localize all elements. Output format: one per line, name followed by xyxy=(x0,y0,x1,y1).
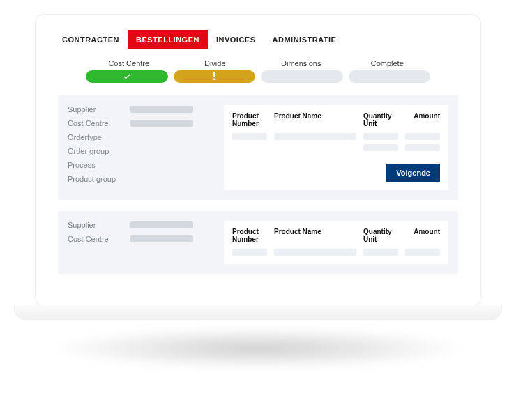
col-quantity-unit: Quantity Unit xyxy=(363,112,398,127)
order-lines-table: Product Number Product Name Quantity Uni… xyxy=(224,105,448,190)
col-product-name: Product Name xyxy=(274,112,356,127)
step-label-cost-centre: Cost Centre xyxy=(86,59,172,70)
order-card-fields: Supplier Cost Centre xyxy=(68,221,207,264)
order-card-fields: Supplier Cost Centre Ordertype Order gro… xyxy=(68,105,207,190)
col-product-number: Product Number xyxy=(232,228,267,243)
field-label: Cost Centre xyxy=(68,235,123,243)
tab-contracten[interactable]: CONTRACTEN xyxy=(54,30,128,49)
tab-invoices[interactable]: INVOICES xyxy=(208,30,264,49)
laptop-base xyxy=(14,305,502,320)
col-amount: Amount xyxy=(405,112,440,127)
field-label: Process xyxy=(68,161,123,169)
warning-icon: ! xyxy=(213,70,216,83)
tab-bestellingen[interactable]: BESTELLINGEN xyxy=(128,30,208,49)
field-label: Supplier xyxy=(68,221,123,229)
col-product-number: Product Number xyxy=(232,112,267,127)
col-product-name: Product Name xyxy=(274,228,356,243)
step-bar-current[interactable]: ! xyxy=(174,70,256,83)
field-label: Ordertype xyxy=(68,133,123,141)
table-row xyxy=(232,249,440,256)
field-value-placeholder xyxy=(130,106,193,113)
col-amount: Amount xyxy=(405,228,440,243)
check-icon xyxy=(123,72,131,81)
step-label-dimensions: Dimensions xyxy=(258,59,344,70)
stepper: Cost Centre Divide Dimensions Complete ! xyxy=(44,59,472,83)
field-label: Supplier xyxy=(68,105,123,114)
table-row xyxy=(232,144,440,151)
next-button[interactable]: Volgende xyxy=(386,164,440,182)
tab-administratie[interactable]: ADMINISTRATIE xyxy=(264,30,345,49)
drop-shadow xyxy=(49,327,467,369)
app-screen: CONTRACTEN BESTELLINGEN INVOICES ADMINIS… xyxy=(44,23,472,297)
field-label: Cost Centre xyxy=(68,119,123,127)
order-lines-table: Product Number Product Name Quantity Uni… xyxy=(224,221,448,264)
field-label: Product group xyxy=(68,175,123,183)
table-row xyxy=(232,133,440,140)
main-tabs: CONTRACTEN BESTELLINGEN INVOICES ADMINIS… xyxy=(44,23,472,59)
field-value-placeholder xyxy=(130,120,193,127)
field-value-placeholder xyxy=(130,235,193,242)
col-quantity-unit: Quantity Unit xyxy=(363,228,398,243)
step-label-complete: Complete xyxy=(344,59,431,70)
step-bar-done[interactable] xyxy=(86,70,168,83)
step-label-divide: Divide xyxy=(172,59,259,70)
order-card: Supplier Cost Centre Ordertype Order gro… xyxy=(58,95,458,200)
step-bar-complete[interactable] xyxy=(349,70,431,83)
field-label: Order group xyxy=(68,147,123,155)
step-bar-dimensions[interactable] xyxy=(261,70,343,83)
laptop-frame: CONTRACTEN BESTELLINGEN INVOICES ADMINIS… xyxy=(35,14,481,306)
field-value-placeholder xyxy=(130,221,193,228)
order-card: Supplier Cost Centre Product Number Prod… xyxy=(58,211,458,274)
